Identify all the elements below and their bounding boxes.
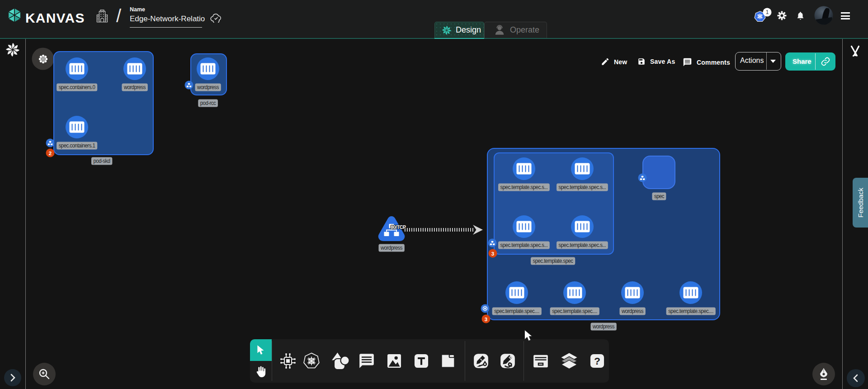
svg-text:1: 1 bbox=[766, 9, 769, 15]
svg-text:?: ? bbox=[594, 355, 600, 367]
